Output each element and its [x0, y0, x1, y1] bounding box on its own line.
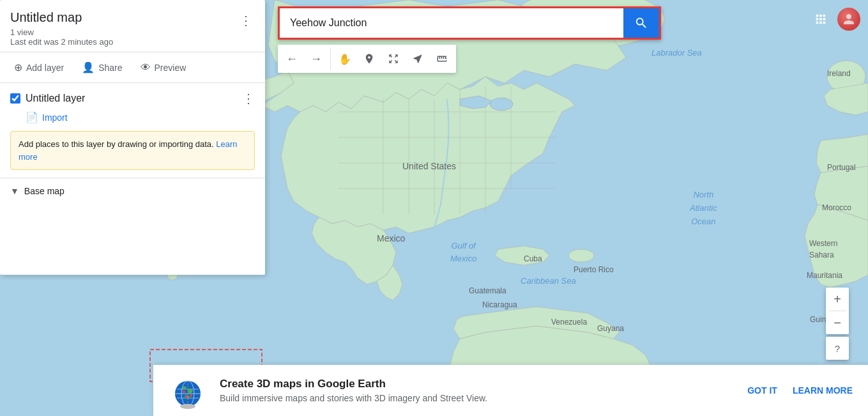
search-container [278, 6, 661, 40]
layer-section: Untitled layer ⋮ 📄 Import Add places to … [0, 83, 265, 178]
basemap-section[interactable]: ▼ Base map [0, 178, 265, 204]
toolbar: ← → ✋ [278, 45, 456, 73]
sidebar: Untitled map 1 view Last edit was 2 minu… [0, 0, 265, 275]
svg-point-24 [180, 404, 195, 409]
banner-text: Create 3D maps in Google Earth Build imm… [220, 378, 747, 403]
basemap-chevron-icon: ▼ [10, 186, 19, 196]
search-button[interactable] [623, 8, 659, 38]
help-button[interactable]: ? [826, 337, 849, 360]
pan-button[interactable]: ✋ [333, 47, 356, 70]
layer-info-box: Add places to this layer by drawing or i… [10, 131, 255, 170]
sidebar-header: Untitled map 1 view Last edit was 2 minu… [0, 0, 265, 52]
redo-button[interactable]: → [305, 47, 328, 70]
zoom-controls: + − [826, 288, 849, 334]
preview-icon: 👁 [141, 62, 151, 73]
map-title: Untitled map [10, 10, 113, 25]
banner-description: Build immersive maps and stories with 3D… [220, 393, 747, 403]
preview-button[interactable]: 👁 Preview [137, 59, 190, 76]
google-earth-banner: Create 3D maps in Google Earth Build imm… [153, 365, 868, 416]
add-layer-button[interactable]: ⊕ Add layer [10, 59, 68, 76]
zoom-in-button[interactable]: + [826, 288, 849, 311]
undo-button[interactable]: ← [280, 47, 303, 70]
banner-title: Create 3D maps in Google Earth [220, 378, 747, 390]
basemap-label: Base map [24, 186, 65, 196]
layer-header: Untitled layer ⋮ [10, 91, 255, 106]
import-icon: 📄 [26, 111, 38, 123]
measure-button[interactable] [430, 47, 453, 70]
draw-line-button[interactable] [382, 47, 405, 70]
sidebar-header-text: Untitled map 1 view Last edit was 2 minu… [10, 10, 113, 47]
layer-checkbox[interactable] [10, 93, 20, 104]
add-layer-label: Add layer [26, 63, 64, 73]
top-right-icons [809, 8, 860, 31]
share-label: Share [98, 63, 122, 73]
map-controls: + − ? [826, 288, 849, 360]
apps-grid-icon[interactable] [809, 8, 832, 31]
layer-title: Untitled layer [26, 93, 85, 104]
layer-more-menu-icon[interactable]: ⋮ [242, 91, 255, 106]
import-anchor[interactable]: Import [42, 112, 68, 123]
share-button[interactable]: 👤 Share [78, 59, 126, 76]
layer-title-area: Untitled layer [10, 93, 85, 104]
svg-point-25 [183, 390, 185, 393]
share-icon: 👤 [82, 61, 95, 73]
svg-point-26 [190, 394, 192, 397]
add-directions-button[interactable] [406, 47, 429, 70]
add-marker-button[interactable] [358, 47, 381, 70]
search-icon [634, 16, 648, 30]
add-layer-icon: ⊕ [14, 61, 22, 73]
svg-point-16 [490, 98, 513, 111]
toolbar-divider-1 [330, 47, 331, 70]
zoom-out-button[interactable]: − [826, 311, 849, 334]
help-controls: ? [826, 337, 849, 360]
banner-actions: GOT IT LEARN MORE [747, 385, 853, 396]
svg-point-27 [185, 396, 188, 398]
preview-label: Preview [155, 63, 187, 73]
got-it-button[interactable]: GOT IT [747, 385, 777, 396]
sidebar-actions: ⊕ Add layer 👤 Share 👁 Preview [0, 52, 265, 83]
search-input[interactable] [280, 8, 623, 38]
sidebar-more-menu-icon[interactable]: ⋮ [237, 10, 255, 31]
user-avatar[interactable] [837, 8, 860, 31]
learn-more-button[interactable]: LEARN MORE [793, 385, 853, 396]
import-link[interactable]: 📄 Import [26, 111, 255, 123]
layer-info-text: Add places to this layer by drawing or i… [19, 139, 216, 149]
svg-point-2 [568, 249, 594, 262]
map-meta: 1 view Last edit was 2 minutes ago [10, 27, 113, 47]
globe-icon [169, 371, 207, 410]
